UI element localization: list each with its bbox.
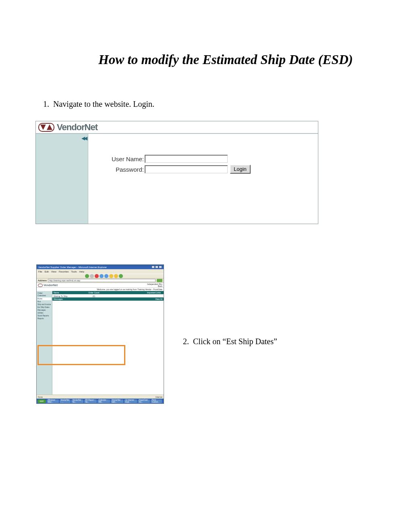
media-icon[interactable] <box>119 274 123 278</box>
menu-favorites[interactable]: Favorites <box>59 270 69 273</box>
address-bar-row: Address http://training.vnpn.net/frmLvm.… <box>37 278 164 283</box>
welcome-text: Welcome, you are logged on as training f… <box>37 288 164 291</box>
stop-icon[interactable] <box>95 274 99 278</box>
sidebar-item-reports[interactable]: Reports <box>37 317 51 320</box>
table-header: Name Order Count Important Links <box>52 291 164 294</box>
login-button[interactable]: Login <box>230 165 251 174</box>
taskbar-item[interactable]: 11 Internet Expl... <box>124 399 137 403</box>
messages-label: Messages <box>54 298 63 300</box>
sidebar-item-est-ship-dates[interactable]: Est Ship Dates <box>37 306 51 309</box>
row-count: (0) <box>82 295 106 297</box>
step-1-text: Navigate to the website. Login. <box>53 100 154 109</box>
menu-tools[interactable]: Tools <box>71 270 77 273</box>
login-form: User Name: Password: Login <box>88 134 318 224</box>
taskbar-item[interactable]: VendorNet - ... <box>60 399 71 403</box>
refresh-icon[interactable] <box>100 274 104 278</box>
browser-toolbar <box>37 274 164 278</box>
messages-bar: Messages View All <box>52 297 164 301</box>
main-content: Name Order Count Important Links Waiting… <box>52 291 164 395</box>
browser-statusbar: Done Internet <box>37 395 164 399</box>
header-right-bottom[interactable]: Back <box>147 285 162 287</box>
vendornet-logo-small: VendorNet <box>38 284 58 287</box>
vendornet-logo-text: VendorNet <box>57 122 98 133</box>
window-maximize-icon[interactable] <box>155 266 158 268</box>
dashboard-screenshot: VendorNet Supplier Order Manager - Micro… <box>36 264 164 404</box>
step-1: 1. Navigate to the website. Login. <box>36 100 375 109</box>
search-icon[interactable] <box>109 274 113 278</box>
vendornet-logo-small-text: VendorNet <box>44 284 58 287</box>
vendornet-logo: VendorNet <box>36 122 98 133</box>
window-close-icon[interactable] <box>159 266 162 268</box>
step-2-text: Click on “Est Ship Dates” <box>193 337 277 346</box>
doc-title: How to modify the Estimated Ship Date (E… <box>36 52 375 67</box>
start-button[interactable]: start <box>37 399 46 403</box>
sidebar-item-ship-invoice[interactable]: Ship and Invoice <box>37 303 51 306</box>
status-done: Done <box>38 396 43 398</box>
window-minimize-icon[interactable] <box>152 266 155 268</box>
status-zone: Internet <box>156 396 162 398</box>
taskbar-item[interactable]: HyperCast Su... <box>138 399 150 403</box>
sidebar-item-run[interactable]: Run <box>37 300 51 303</box>
sidebar-item-home[interactable]: Home <box>37 297 51 300</box>
window-titlebar: VendorNet Supplier Order Manager - Micro… <box>37 265 164 269</box>
step-1-number: 1. <box>36 100 53 109</box>
address-input[interactable]: http://training.vnpn.net/frmLvm.asp <box>48 279 156 282</box>
step-2-number: 2. <box>176 337 193 346</box>
taskbar-item[interactable]: VendorNet web... <box>111 399 124 403</box>
window-title: VendorNet Supplier Order Manager - Micro… <box>38 266 107 268</box>
step-2: 2. Click on “Est Ship Dates” <box>176 337 375 346</box>
nav-sidebar: Order Overview Home Run Ship and Invoice… <box>37 291 52 395</box>
vendornet-logo-small-icon <box>38 284 43 287</box>
sidebar-item-stock-reports[interactable]: Stock Reports <box>37 314 51 317</box>
vendornet-logo-icon <box>38 123 54 132</box>
messages-view-all[interactable]: View All <box>156 298 162 300</box>
menu-edit[interactable]: Edit <box>45 270 49 273</box>
header-right: Independent Rcv Back <box>147 283 162 287</box>
go-button[interactable] <box>157 279 162 282</box>
forward-icon[interactable] <box>90 274 94 278</box>
sidebar-item-utilities[interactable]: Utilities <box>37 312 51 314</box>
collapse-sidebar-icon[interactable]: ◀◀ <box>81 135 86 141</box>
password-label: Password: <box>109 166 144 173</box>
login-screenshot: VendorNet ◀◀ User Name: Password: Logi <box>35 121 318 224</box>
table-row[interactable]: Waiting To Ship (0) <box>52 295 164 297</box>
password-input[interactable] <box>145 165 228 173</box>
back-icon[interactable] <box>85 274 89 278</box>
taskbar-item[interactable]: VendorNet Su... <box>71 399 83 403</box>
important-links-badge[interactable]: Important Links <box>145 291 162 294</box>
login-sidebar: ◀◀ <box>36 134 88 224</box>
windows-taskbar: start Windows Med... VendorNet - ... Ven… <box>37 399 164 403</box>
menu-file[interactable]: File <box>38 270 42 273</box>
favorites-icon[interactable] <box>114 274 118 278</box>
sidebar-item-messages[interactable]: Messages <box>37 309 51 312</box>
col-name: Name <box>54 291 82 294</box>
menu-view[interactable]: View <box>51 270 56 273</box>
browser-menubar: File Edit View Favorites Tools Help <box>37 269 164 274</box>
home-icon[interactable] <box>104 274 108 278</box>
row-name: Waiting To Ship <box>54 295 82 297</box>
username-input[interactable] <box>145 155 228 163</box>
menu-help[interactable]: Help <box>79 270 84 273</box>
taskbar-item[interactable]: Paint Control... <box>151 399 162 403</box>
username-label: User Name: <box>109 156 144 162</box>
sidebar-title: Order Overview <box>37 292 51 297</box>
taskbar-item[interactable]: Windows Med... <box>47 399 59 403</box>
address-label: Address <box>38 279 47 282</box>
taskbar-item[interactable]: Calendar - Mic... <box>98 399 110 403</box>
col-order-count: Order Count <box>82 291 106 294</box>
taskbar-item[interactable]: RX Report - Su... <box>84 399 97 403</box>
